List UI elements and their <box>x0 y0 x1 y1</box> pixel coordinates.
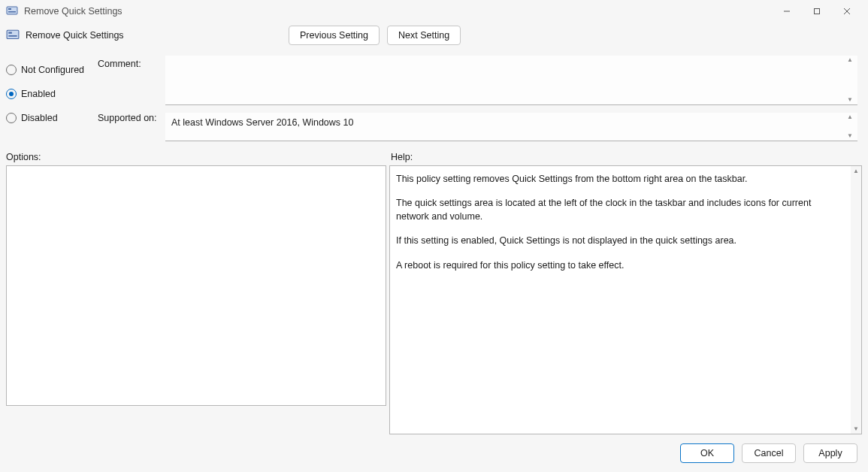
svg-rect-7 <box>7 30 19 38</box>
window-title: Remove Quick Settings <box>24 6 122 17</box>
previous-setting-button[interactable]: Previous Setting <box>289 26 380 45</box>
policy-icon <box>6 5 18 17</box>
comment-label: Comment: <box>98 59 165 113</box>
state-radio-group: Not Configured Enabled Disabled <box>6 56 98 143</box>
help-panel: This policy setting removes Quick Settin… <box>389 165 862 434</box>
svg-rect-2 <box>8 11 16 13</box>
help-paragraph: The quick settings area is located at th… <box>396 196 840 223</box>
svg-rect-9 <box>8 35 17 37</box>
ok-button[interactable]: OK <box>680 443 734 463</box>
radio-label: Enabled <box>21 89 56 99</box>
subheader: Remove Quick Settings Previous Setting N… <box>0 23 868 51</box>
chevron-down-icon: ▼ <box>853 425 859 432</box>
help-paragraph: This policy setting removes Quick Settin… <box>396 172 840 186</box>
page-title: Remove Quick Settings <box>26 30 281 41</box>
chevron-up-icon: ▲ <box>847 57 856 63</box>
apply-button[interactable]: Apply <box>803 443 857 463</box>
minimize-button[interactable] <box>772 1 802 22</box>
help-paragraph: A reboot is required for this policy set… <box>396 259 840 272</box>
chevron-up-icon: ▲ <box>847 114 856 120</box>
svg-rect-4 <box>815 9 820 14</box>
svg-rect-0 <box>7 7 17 14</box>
radio-label: Disabled <box>21 113 58 123</box>
supported-on-field: At least Windows Server 2016, Windows 10… <box>165 113 857 141</box>
chevron-down-icon: ▼ <box>847 133 856 139</box>
maximize-button[interactable] <box>802 1 832 22</box>
panels: This policy setting removes Quick Settin… <box>0 165 868 434</box>
help-scrollbar[interactable]: ▲ ▼ <box>851 166 861 434</box>
svg-rect-1 <box>8 8 11 10</box>
supported-on-label: Supported on: <box>98 113 165 143</box>
titlebar: Remove Quick Settings <box>0 0 868 23</box>
chevron-up-icon: ▲ <box>853 168 859 174</box>
scroll-arrows[interactable]: ▲▼ <box>847 114 856 139</box>
field-labels: Comment: Supported on: <box>98 56 165 143</box>
close-button[interactable] <box>832 1 862 22</box>
svg-rect-8 <box>8 32 12 34</box>
radio-icon <box>6 65 17 75</box>
radio-icon <box>6 89 17 99</box>
supported-on-value: At least Windows Server 2016, Windows 10 <box>171 117 353 128</box>
comment-field[interactable]: ▲▼ <box>165 56 857 105</box>
policy-icon <box>6 29 20 42</box>
options-label: Options: <box>6 152 391 162</box>
scroll-arrows[interactable]: ▲▼ <box>847 57 856 103</box>
options-panel <box>6 165 386 406</box>
chevron-down-icon: ▼ <box>847 97 856 103</box>
radio-label: Not Configured <box>21 65 84 75</box>
cancel-button[interactable]: Cancel <box>742 443 796 463</box>
radio-icon <box>6 113 17 123</box>
radio-enabled[interactable]: Enabled <box>6 89 98 99</box>
panel-labels: Options: Help: <box>0 144 868 165</box>
radio-disabled[interactable]: Disabled <box>6 113 98 123</box>
help-text: This policy setting removes Quick Settin… <box>390 166 851 407</box>
radio-not-configured[interactable]: Not Configured <box>6 65 98 75</box>
dialog-buttons: OK Cancel Apply <box>0 434 868 472</box>
help-paragraph: If this setting is enabled, Quick Settin… <box>396 234 840 247</box>
next-setting-button[interactable]: Next Setting <box>387 26 461 45</box>
config-area: Not Configured Enabled Disabled Comment:… <box>0 51 868 144</box>
help-label: Help: <box>391 152 413 162</box>
